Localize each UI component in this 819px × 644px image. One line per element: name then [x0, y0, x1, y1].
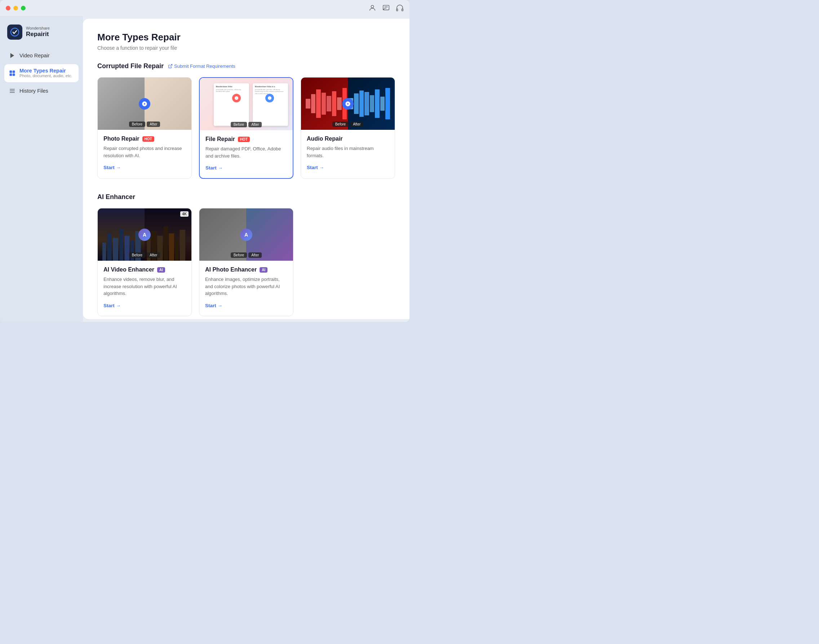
file-repair-desc: Repair damaged PDF, Office, Adobe and ar…: [205, 145, 287, 159]
history-icon: [9, 87, 16, 95]
ai-photo-enhancer-card[interactable]: A Before After AI Photo Enhancer AI Enha…: [199, 208, 294, 316]
logo-icon: [7, 25, 22, 40]
page-title: More Types Repair: [97, 32, 395, 43]
svg-rect-8: [10, 71, 12, 72]
sidebar-label-video-repair: Video Repair: [20, 53, 50, 58]
ai-video-body: AI Video Enhancer AI Enhance videos, rem…: [98, 261, 191, 316]
ai-video-image: 4K A Before After: [98, 209, 191, 261]
photo-ba-labels: Before After: [98, 121, 191, 127]
file-doc-right: Wondershare Virbo is a powerful AI video…: [253, 83, 288, 126]
ai-photo-body: AI Photo Enhancer AI Enhance images, opt…: [199, 261, 293, 316]
video-before-label: Before: [129, 252, 145, 258]
photo-repair-start[interactable]: Start →: [103, 165, 121, 170]
photo-repair-card[interactable]: Before After Photo Repair HOT Repair cor…: [97, 77, 192, 179]
sidebar: Wondershare Repairit Video Repair: [0, 16, 83, 322]
file-repair-start[interactable]: Start →: [205, 165, 223, 170]
ai-photo-after-label: After: [248, 252, 262, 258]
repair-center-icon: [139, 98, 150, 110]
svg-rect-20: [103, 242, 106, 261]
ai-video-badge: AI: [157, 267, 165, 273]
photo-repair-badge: HOT: [142, 136, 154, 142]
ai-photo-before-label: Before: [231, 252, 247, 258]
photo-before-label: Before: [129, 121, 145, 127]
ai-enhancer-section-title: AI Enhancer: [97, 193, 135, 201]
file-repair-title: File Repair: [205, 136, 235, 143]
ai-photo-title: AI Photo Enhancer: [205, 267, 257, 273]
submit-link-label: Submit Format Requirements: [174, 63, 236, 69]
sidebar-sublabel-more-types: Photo, document, audio, etc.: [20, 74, 72, 78]
file-before-label: Before: [231, 122, 247, 127]
svg-point-0: [371, 5, 374, 8]
svg-marker-7: [11, 53, 14, 58]
photo-repair-desc: Repair corrupted photos and increase res…: [103, 145, 186, 159]
audio-repair-image: Before After: [301, 78, 395, 130]
audio-repair-title-row: Audio Repair: [307, 136, 389, 142]
user-icon[interactable]: [368, 4, 377, 12]
corrupted-section-header: Corrupted File Repair Submit Format Requ…: [97, 62, 395, 70]
audio-repair-card[interactable]: Before After Audio Repair Repair audio f…: [301, 77, 395, 179]
ai-video-start[interactable]: Start →: [103, 303, 121, 308]
file-repair-badge: HOT: [238, 136, 250, 142]
ai-photo-title-row: AI Photo Enhancer AI: [205, 267, 287, 273]
file-repair-body: File Repair HOT Repair damaged PDF, Offi…: [200, 130, 293, 178]
file-repair-card[interactable]: Wondershare Virbo powerful AI video gene…: [199, 77, 294, 179]
file-repair-icon2: [265, 94, 274, 103]
ai-photo-center-icon: A: [240, 228, 252, 241]
brand-name: Wondershare: [26, 26, 50, 31]
audio-after-label: After: [350, 121, 363, 127]
close-button[interactable]: [6, 6, 11, 11]
logo-text: Wondershare Repairit: [26, 26, 50, 38]
ai-photo-start[interactable]: Start →: [205, 303, 222, 308]
chat-icon[interactable]: [382, 4, 390, 12]
ai-video-enhancer-card[interactable]: 4K A Before After AI Video Enhancer AI: [97, 208, 192, 316]
minimize-button[interactable]: [13, 6, 18, 11]
ai-enhancer-cards-row: 4K A Before After AI Video Enhancer AI: [97, 208, 395, 316]
photo-repair-title: Photo Repair: [103, 136, 139, 142]
svg-line-15: [170, 64, 172, 67]
submit-format-link[interactable]: Submit Format Requirements: [168, 63, 236, 69]
video-after-label: After: [147, 252, 160, 258]
traffic-lights: [6, 6, 26, 11]
sidebar-item-video-repair[interactable]: Video Repair: [4, 48, 79, 63]
ai-video-desc: Enhance videos, remove blur, and increas…: [103, 276, 186, 297]
ai-enhancer-section-header: AI Enhancer: [97, 193, 395, 201]
main-content: More Types Repair Choose a function to r…: [83, 19, 409, 319]
file-doc-left: Wondershare Virbo powerful AI video gene…: [214, 83, 249, 126]
audio-ba-labels: Before After: [301, 121, 395, 127]
svg-rect-5: [402, 9, 403, 11]
audio-repair-title: Audio Repair: [307, 136, 343, 142]
audio-repair-start[interactable]: Start →: [307, 165, 324, 170]
waveform-left: [306, 88, 347, 120]
file-repair-image: Wondershare Virbo powerful AI video gene…: [200, 78, 293, 130]
waveform-right: [349, 88, 390, 120]
sidebar-item-more-types-repair[interactable]: More Types Repair Photo, document, audio…: [4, 64, 79, 82]
audio-center-icon: [342, 98, 354, 110]
ai-photo-badge: AI: [260, 267, 268, 273]
external-link-icon: [168, 64, 173, 69]
nav-item-content-history: History Files: [20, 88, 48, 94]
photo-repair-title-row: Photo Repair HOT: [103, 136, 186, 142]
sidebar-label-more-types: More Types Repair: [20, 68, 72, 74]
maximize-button[interactable]: [21, 6, 26, 11]
audio-repair-body: Audio Repair Repair audio files in mains…: [301, 130, 395, 178]
nav-item-content: Video Repair: [20, 53, 50, 58]
ai-photo-image: A Before After: [199, 209, 293, 261]
sidebar-item-history-files[interactable]: History Files: [4, 84, 79, 98]
app-body: Wondershare Repairit Video Repair: [0, 16, 409, 322]
logo-area: Wondershare Repairit: [4, 21, 79, 47]
file-after-label: After: [248, 122, 262, 127]
svg-rect-9: [13, 71, 15, 72]
file-repair-title-row: File Repair HOT: [205, 136, 287, 143]
svg-rect-11: [13, 74, 15, 75]
svg-rect-10: [10, 74, 12, 75]
nav-item-content-more: More Types Repair Photo, document, audio…: [20, 68, 72, 78]
badge-4k: 4K: [180, 211, 188, 217]
video-ba-labels: Before After: [98, 252, 191, 258]
svg-rect-4: [396, 9, 398, 11]
photo-after-label: After: [147, 121, 160, 127]
ai-video-center-icon: A: [138, 228, 151, 241]
ai-video-title-row: AI Video Enhancer AI: [103, 267, 186, 273]
photo-repair-body: Photo Repair HOT Repair corrupted photos…: [98, 130, 191, 178]
headphone-icon[interactable]: [396, 4, 404, 12]
photo-repair-image: Before After: [98, 78, 191, 130]
